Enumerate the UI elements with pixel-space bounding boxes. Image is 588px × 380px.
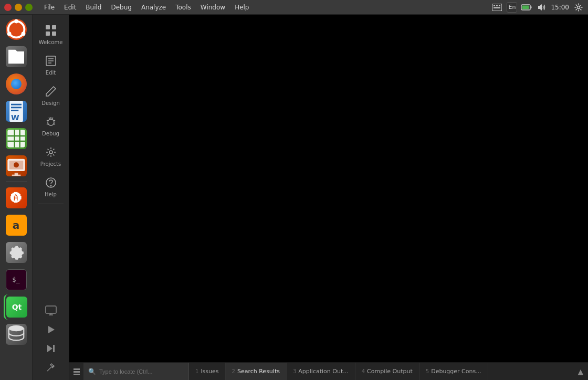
svg-rect-2 xyxy=(496,5,498,6)
help-icon xyxy=(44,175,58,190)
tab-spacer xyxy=(488,363,573,380)
tab-debugger[interactable]: 5 Debugger Cons... xyxy=(419,363,488,380)
tab-search-number: 2 xyxy=(232,368,235,374)
dock-divider-1 xyxy=(6,182,27,182)
tab-app-output[interactable]: 3 Application Out... xyxy=(287,363,355,380)
locate-search-box[interactable]: 🔍 xyxy=(84,363,189,380)
svg-rect-29 xyxy=(46,25,50,29)
dock-settings[interactable] xyxy=(4,240,29,265)
tab-debugger-label: Debugger Cons... xyxy=(431,368,481,375)
minimize-button[interactable] xyxy=(15,4,22,11)
help-label: Help xyxy=(45,192,57,197)
svg-point-12 xyxy=(21,32,25,36)
svg-rect-16 xyxy=(11,110,18,111)
qt-creator-sidebar: Welcome Edit Design xyxy=(33,15,69,380)
editor-main[interactable] xyxy=(69,15,588,362)
svg-point-25 xyxy=(14,162,19,167)
menu-window[interactable]: Window xyxy=(196,2,229,13)
nav-debug[interactable]: Debug xyxy=(35,110,67,141)
svg-rect-4 xyxy=(494,7,500,8)
svg-rect-41 xyxy=(46,306,56,313)
tab-issues-number: 1 xyxy=(195,368,198,374)
dock-terminal[interactable]: $_ xyxy=(4,267,29,292)
svg-marker-45 xyxy=(47,345,52,352)
menu-tools[interactable]: Tools xyxy=(171,2,195,13)
tab-app-number: 3 xyxy=(293,368,296,374)
lang-icon[interactable]: En xyxy=(507,2,517,13)
tab-compile[interactable]: 4 Compile Output xyxy=(355,363,419,380)
dock-impress[interactable] xyxy=(4,153,29,178)
menu-help[interactable]: Help xyxy=(230,2,253,13)
battery-icon[interactable] xyxy=(521,2,532,13)
editor-area: 🔍 1 Issues 2 Search Results 3 Applicatio… xyxy=(69,15,588,380)
menu-analyze[interactable]: Analyze xyxy=(137,2,170,13)
ubuntu-dock: W xyxy=(0,15,33,380)
monitor-icon[interactable] xyxy=(43,302,59,319)
svg-marker-44 xyxy=(48,326,55,333)
svg-rect-15 xyxy=(11,107,22,108)
svg-rect-30 xyxy=(52,25,56,29)
volume-icon[interactable] xyxy=(536,2,547,13)
svg-rect-49 xyxy=(74,371,80,373)
dock-writer[interactable]: W xyxy=(4,99,29,124)
svg-point-37 xyxy=(48,119,54,125)
dock-db[interactable] xyxy=(4,322,29,347)
tab-debugger-number: 5 xyxy=(426,368,429,374)
nav-welcome[interactable]: Welcome xyxy=(35,19,67,49)
nav-edit[interactable]: Edit xyxy=(35,49,67,80)
menu-bar-left: File Edit Build Debug Analyze Tools Wind… xyxy=(4,2,253,13)
close-button[interactable] xyxy=(4,4,12,11)
dock-firefox[interactable] xyxy=(4,71,29,97)
bottom-panel: 🔍 1 Issues 2 Search Results 3 Applicatio… xyxy=(69,362,588,380)
menu-debug[interactable]: Debug xyxy=(107,2,135,13)
menu-build[interactable]: Build xyxy=(81,2,106,13)
keyboard-icon[interactable] xyxy=(492,2,502,13)
svg-rect-27 xyxy=(12,175,20,176)
edit-label: Edit xyxy=(46,70,56,76)
dock-ubuntu[interactable] xyxy=(4,17,29,42)
svg-point-28 xyxy=(8,325,24,331)
maximize-button[interactable] xyxy=(25,4,33,11)
system-tray: En 15:00 xyxy=(492,2,584,13)
svg-point-38 xyxy=(49,151,52,154)
svg-rect-7 xyxy=(522,5,529,9)
tab-issues-label: Issues xyxy=(201,368,218,375)
bottom-tab-bar: 1 Issues 2 Search Results 3 Application … xyxy=(189,363,588,380)
tab-app-label: Application Out... xyxy=(298,368,348,375)
nav-projects[interactable]: Projects xyxy=(35,141,67,171)
svg-rect-48 xyxy=(74,368,80,370)
dock-files[interactable] xyxy=(4,44,29,69)
tab-search-results[interactable]: 2 Search Results xyxy=(226,363,287,380)
menu-edit[interactable]: Edit xyxy=(60,2,80,13)
projects-label: Projects xyxy=(40,161,61,167)
svg-point-40 xyxy=(50,185,51,186)
nav-help[interactable]: Help xyxy=(35,171,67,202)
tab-issues[interactable]: 1 Issues xyxy=(189,363,226,380)
panel-scroll-up[interactable]: ▲ xyxy=(573,363,588,380)
welcome-label: Welcome xyxy=(39,39,63,45)
play-icon[interactable] xyxy=(43,321,59,338)
svg-rect-31 xyxy=(46,31,50,36)
dock-appstore[interactable]: 🅐 xyxy=(4,185,29,210)
svg-rect-18 xyxy=(7,130,25,147)
tab-compile-label: Compile Output xyxy=(367,368,413,375)
qt-sidebar-bottom xyxy=(43,302,59,376)
nav-design[interactable]: Design xyxy=(35,80,67,110)
locate-input[interactable] xyxy=(99,368,184,375)
system-settings-icon[interactable] xyxy=(573,2,584,13)
svg-rect-32 xyxy=(52,31,56,36)
svg-rect-14 xyxy=(11,104,22,105)
dock-qt-creator[interactable]: Qt xyxy=(4,294,29,320)
panel-toggle-btn[interactable] xyxy=(69,363,84,380)
dock-amazon[interactable]: a xyxy=(4,213,29,238)
debug-icon xyxy=(44,114,58,129)
hammer-icon[interactable] xyxy=(43,359,59,376)
menu-file[interactable]: File xyxy=(40,2,59,13)
dock-calc[interactable] xyxy=(4,126,29,151)
window-controls xyxy=(4,4,33,11)
svg-rect-1 xyxy=(494,5,495,6)
design-icon xyxy=(44,84,58,99)
svg-rect-3 xyxy=(499,5,500,6)
step-icon[interactable] xyxy=(43,340,59,357)
tab-search-label: Search Results xyxy=(237,368,280,375)
